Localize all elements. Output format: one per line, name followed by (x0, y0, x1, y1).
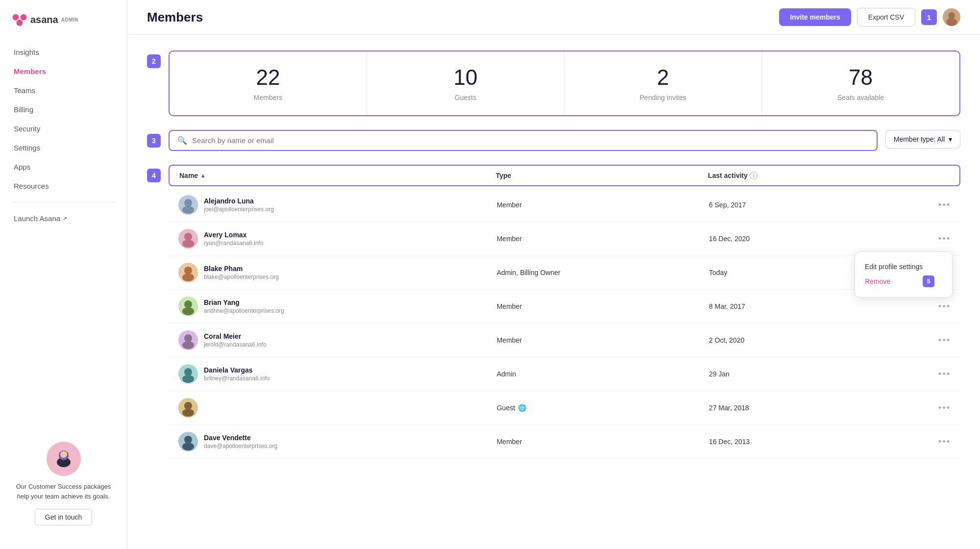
search-row: 3 🔍 Member type: All ▾ (147, 130, 960, 151)
edit-profile-option[interactable]: Edit profile settings (865, 260, 942, 274)
sidebar-navigation: Insights Members Teams Billing Security … (0, 43, 127, 430)
stat-pending: 2 Pending invites (564, 51, 762, 115)
member-activity: 29 Jan (709, 370, 921, 378)
svg-point-2 (21, 14, 27, 21)
col-name[interactable]: Name ▲ (179, 172, 492, 179)
avatar (178, 263, 198, 282)
more-options-button[interactable]: ••• (921, 301, 951, 312)
invite-members-button[interactable]: Invite members (779, 8, 851, 26)
member-info: Avery Lomax ryan@randasana6.info (178, 229, 497, 249)
member-activity: 16 Dec, 2013 (709, 438, 921, 446)
member-activity: 16 Dec, 2020 (709, 235, 921, 243)
avatar (178, 229, 198, 249)
more-options-button[interactable]: ••• (921, 437, 951, 447)
svg-point-31 (182, 409, 194, 417)
table-row: Blake Pham blake@apolloenterprises.org A… (169, 256, 960, 290)
col-actions (920, 172, 950, 179)
sidebar-promo: Our Customer Success packages help your … (0, 430, 127, 537)
svg-point-22 (182, 307, 194, 315)
svg-point-34 (182, 443, 194, 450)
member-name: Alejandro Luna (204, 197, 274, 205)
members-count: 22 (179, 65, 357, 90)
get-in-touch-button[interactable]: Get in touch (35, 509, 93, 525)
svg-point-27 (184, 368, 192, 376)
remove-member-option[interactable]: Remove 5 (865, 274, 942, 289)
member-info: Daniela Vargas britney@randasana6.info (178, 364, 497, 384)
sidebar-item-apps[interactable]: Apps (6, 158, 121, 176)
context-menu: Edit profile settings Remove 5 (855, 251, 953, 298)
member-type: Member (497, 438, 709, 446)
member-email: britney@randasana6.info (204, 375, 270, 382)
member-email: blake@apolloenterprises.org (204, 274, 279, 280)
col-activity: Last activity i (708, 172, 916, 179)
svg-point-18 (184, 267, 192, 274)
avatar (178, 364, 198, 384)
member-type: Member (497, 302, 709, 310)
avatar (178, 398, 198, 418)
table-row: Coral Meier jerold@randasana6.info Membe… (169, 324, 960, 357)
sidebar: asana ADMIN Insights Members Teams Billi… (0, 0, 127, 549)
member-type: Member (497, 336, 709, 344)
sidebar-launch-asana[interactable]: Launch Asana ↗ (6, 209, 121, 227)
table-row: Brian Yang andrew@apolloenterprises.org … (169, 290, 960, 324)
avatar (178, 297, 198, 316)
svg-point-0 (17, 20, 23, 26)
table-section: Name ▲ Type Last activity i (169, 165, 960, 459)
member-type: Guest 🌐 (497, 404, 709, 412)
guests-count: 10 (377, 65, 554, 90)
sort-icon: ▲ (200, 172, 206, 179)
more-options-button[interactable]: ••• (921, 335, 951, 346)
svg-point-28 (182, 375, 194, 383)
members-label: Members (179, 94, 357, 101)
table-body: Alejandro Luna joel@apolloenterprises.or… (169, 188, 960, 459)
svg-point-9 (948, 12, 955, 19)
notification-badge[interactable]: 1 (921, 9, 937, 25)
user-avatar[interactable] (943, 8, 960, 26)
pending-label: Pending invites (574, 94, 752, 101)
filter-label: Member type: All (894, 135, 945, 143)
svg-point-13 (182, 206, 194, 214)
member-info: Brian Yang andrew@apolloenterprises.org (178, 297, 497, 316)
sidebar-item-members[interactable]: Members (6, 62, 121, 80)
info-icon: i (750, 172, 758, 179)
step-badge-2: 2 (147, 54, 161, 68)
page-header: Members Invite members Export CSV 1 (127, 0, 980, 35)
member-activity: 6 Sep, 2017 (709, 201, 921, 209)
member-name: Avery Lomax (204, 231, 264, 239)
more-options-button[interactable]: ••• (921, 403, 951, 413)
sidebar-item-settings[interactable]: Settings (6, 139, 121, 157)
svg-point-19 (182, 274, 194, 281)
sidebar-item-resources[interactable]: Resources (6, 177, 121, 195)
sidebar-item-insights[interactable]: Insights (6, 43, 121, 61)
sidebar-item-teams[interactable]: Teams (6, 81, 121, 100)
export-csv-button[interactable]: Export CSV (857, 8, 915, 26)
table-row-header: 4 Name ▲ Type Last activity i (147, 165, 960, 459)
promo-avatar (47, 442, 81, 476)
avatar (178, 195, 198, 215)
stat-guests: 10 Guests (367, 51, 564, 115)
search-input[interactable] (192, 136, 869, 145)
member-type: Member (497, 235, 709, 243)
member-type-filter[interactable]: Member type: All ▾ (885, 130, 960, 149)
step-badge-5: 5 (923, 275, 934, 287)
svg-point-30 (184, 402, 192, 410)
svg-point-33 (184, 436, 192, 444)
seats-count: 78 (772, 65, 950, 90)
member-name: Blake Pham (204, 265, 279, 273)
member-email: ryan@randasana6.info (204, 240, 264, 247)
more-options-button[interactable]: ••• (921, 234, 951, 244)
member-email: jerold@randasana6.info (204, 341, 267, 348)
avatar (178, 432, 198, 451)
more-options-button[interactable]: ••• (921, 369, 951, 379)
svg-point-10 (946, 18, 957, 26)
svg-point-15 (184, 233, 192, 241)
sidebar-item-billing[interactable]: Billing (6, 100, 121, 119)
pending-count: 2 (574, 65, 752, 90)
sidebar-item-security[interactable]: Security (6, 120, 121, 138)
more-options-button[interactable]: ••• (921, 200, 951, 210)
member-activity: 2 Oct, 2020 (709, 336, 921, 344)
globe-icon: 🌐 (518, 404, 526, 412)
member-activity: 8 Mar, 2017 (709, 302, 921, 310)
search-icon: 🔍 (177, 136, 187, 145)
member-name: Coral Meier (204, 332, 267, 340)
